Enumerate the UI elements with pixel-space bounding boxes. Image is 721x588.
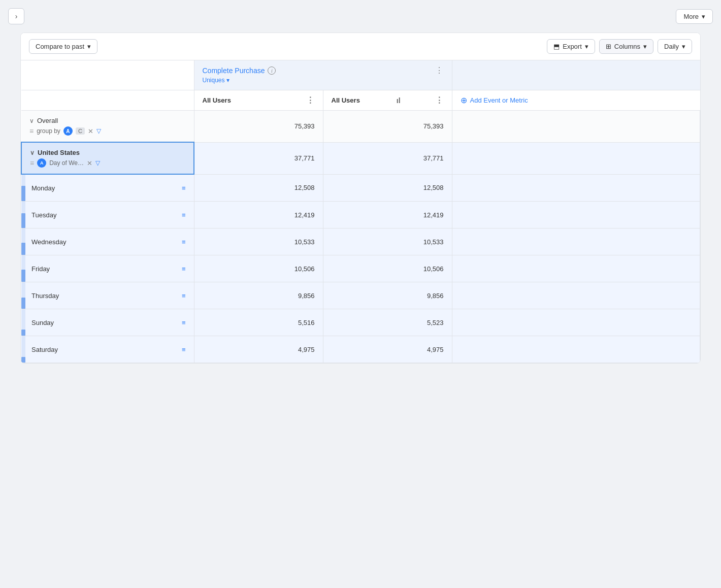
us-value1-cell: 37,771: [194, 142, 323, 174]
day-row-menu-icon[interactable]: ≡: [182, 238, 186, 246]
us-avatar[interactable]: A: [37, 158, 46, 168]
day-value2-cell: 10,506: [323, 255, 452, 282]
us-value1: 37,771: [294, 154, 315, 162]
event-options-button[interactable]: ⋮: [435, 67, 444, 75]
header-cols-row: All Users ⋮ All Users ıl ⋮ ⊕ Add Event o…: [21, 90, 700, 111]
toolbar: Compare to past ▾ ⬒ Export ▾ ⊞ Columns ▾…: [21, 33, 700, 60]
chevron-right-icon: ›: [15, 12, 18, 20]
day-value2-cell: 10,533: [323, 228, 452, 255]
day-row: Sunday ≡ 5,516 5,523: [21, 309, 700, 336]
export-button[interactable]: ⬒ Export ▾: [547, 39, 595, 54]
us-remove-button[interactable]: ✕: [87, 159, 92, 167]
header-col1: All Users ⋮: [194, 90, 323, 111]
export-chevron-icon: ▾: [585, 43, 588, 50]
day-row-menu-icon[interactable]: ≡: [182, 292, 186, 300]
header-row-label-col: [21, 90, 194, 111]
day-add-event-cell: [452, 228, 700, 255]
day-row-menu-icon[interactable]: ≡: [182, 184, 186, 192]
day-row: Thursday ≡ 9,856 9,856: [21, 282, 700, 309]
daily-button[interactable]: Daily ▾: [658, 39, 692, 54]
day-value2-cell: 5,523: [323, 309, 452, 336]
us-collapse-icon[interactable]: ∨: [30, 149, 35, 156]
overall-value2: 75,393: [423, 122, 444, 130]
day-row-menu-icon[interactable]: ≡: [182, 346, 186, 353]
day-of-week-label: Day of We…: [49, 159, 84, 167]
columns-label: Columns: [614, 43, 640, 50]
day-value1-cell: 12,419: [194, 202, 323, 228]
day-value1-cell: 10,506: [194, 255, 323, 282]
us-value2-cell: 37,771: [323, 142, 452, 174]
group-by-c: C: [76, 127, 85, 135]
export-icon: ⬒: [553, 43, 560, 50]
header-add-event-col[interactable]: ⊕ Add Event or Metric: [452, 90, 700, 111]
overall-filter-icon[interactable]: ▽: [96, 127, 101, 135]
us-filter-icon[interactable]: ▽: [95, 159, 100, 167]
day-add-event-cell: [452, 202, 700, 228]
day-add-event-cell: [452, 336, 700, 363]
day-row-menu-icon[interactable]: ≡: [182, 265, 186, 273]
day-name: Saturday: [31, 346, 58, 353]
uniques-dropdown[interactable]: Uniques ▾: [203, 77, 276, 84]
uniques-chevron-icon: ▾: [226, 77, 230, 84]
top-bar: › More ▾: [0, 0, 721, 32]
event-name-label[interactable]: Complete Purchase: [203, 67, 265, 75]
col1-options-button[interactable]: ⋮: [306, 96, 315, 105]
group-by-label: group by: [37, 127, 60, 135]
day-label-cell: Monday ≡: [21, 174, 194, 202]
col2-options-button[interactable]: ⋮: [435, 96, 444, 105]
col1-label: All Users: [203, 96, 231, 104]
toolbar-right: ⬒ Export ▾ ⊞ Columns ▾ Daily ▾: [547, 39, 692, 54]
columns-icon: ⊞: [606, 43, 611, 50]
avatar-a[interactable]: A: [63, 126, 73, 136]
add-event-label[interactable]: Add Event or Metric: [470, 96, 528, 104]
data-table: Complete Purchase i Uniques ▾ ⋮: [21, 60, 700, 363]
toolbar-left: Compare to past ▾: [29, 39, 97, 54]
day-label-cell: Thursday ≡: [21, 282, 194, 309]
day-row: Wednesday ≡ 10,533 10,533: [21, 228, 700, 255]
day-label-cell: Wednesday ≡: [21, 228, 194, 255]
day-value1-cell: 9,856: [194, 282, 323, 309]
overall-label-cell: ∨ Overall ≡ group by A C ✕ ▽: [21, 111, 194, 143]
compare-chevron-icon: ▾: [87, 43, 91, 50]
us-group-by-icon: ≡: [30, 159, 34, 167]
overall-collapse-icon[interactable]: ∨: [29, 117, 34, 124]
day-name: Monday: [31, 184, 55, 192]
header-event-row: Complete Purchase i Uniques ▾ ⋮: [21, 60, 700, 90]
main-content: Compare to past ▾ ⬒ Export ▾ ⊞ Columns ▾…: [20, 32, 701, 364]
day-add-event-cell: [452, 309, 700, 336]
overall-remove-button[interactable]: ✕: [88, 127, 93, 135]
us-value2: 37,771: [423, 154, 444, 162]
overall-value2-cell: 75,393: [323, 111, 452, 143]
compare-to-past-button[interactable]: Compare to past ▾: [29, 39, 97, 54]
day-value1-cell: 4,975: [194, 336, 323, 363]
day-label-cell: Sunday ≡: [21, 309, 194, 336]
info-icon[interactable]: i: [268, 67, 276, 75]
columns-button[interactable]: ⊞ Columns ▾: [599, 39, 653, 54]
day-label-cell: Friday ≡: [21, 255, 194, 282]
daily-chevron-icon: ▾: [682, 43, 685, 50]
overall-label-text: Overall: [37, 117, 58, 124]
us-add-event-cell: [452, 142, 700, 174]
day-name: Tuesday: [31, 211, 56, 219]
day-name: Sunday: [31, 319, 54, 326]
day-row-menu-icon[interactable]: ≡: [182, 211, 186, 219]
header-add-event-cell: [452, 60, 700, 90]
sidebar-toggle-button[interactable]: ›: [8, 8, 24, 24]
compare-label: Compare to past: [36, 43, 84, 50]
overall-value1: 75,393: [294, 122, 315, 130]
header-event-cell: Complete Purchase i Uniques ▾ ⋮: [194, 60, 452, 90]
day-row-menu-icon[interactable]: ≡: [182, 319, 186, 326]
day-add-event-cell: [452, 174, 700, 202]
us-label-text: United States: [38, 149, 80, 156]
day-value1-cell: 10,533: [194, 228, 323, 255]
day-row: Saturday ≡ 4,975 4,975: [21, 336, 700, 363]
day-name: Friday: [31, 265, 50, 273]
header-empty-cell: [21, 60, 194, 90]
day-label-cell: Saturday ≡: [21, 336, 194, 363]
chevron-down-icon: ▾: [702, 13, 705, 20]
day-label-cell: Tuesday ≡: [21, 202, 194, 228]
day-value2-cell: 12,508: [323, 174, 452, 202]
more-button[interactable]: More ▾: [676, 9, 713, 24]
us-row: ∨ United States ≡ A Day of We… ✕ ▽: [21, 142, 700, 174]
day-value2-cell: 9,856: [323, 282, 452, 309]
